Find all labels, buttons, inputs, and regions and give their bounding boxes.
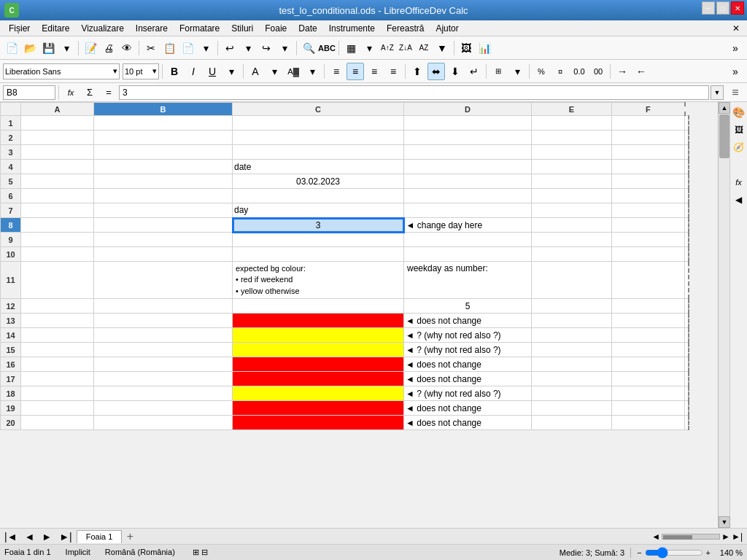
- cell[interactable]: [94, 262, 233, 299]
- preview-button[interactable]: 👁: [118, 39, 136, 57]
- menu-ajutor[interactable]: Ajutor: [430, 22, 464, 35]
- sheet-tab-1[interactable]: Foaia 1: [77, 530, 123, 543]
- close-document-icon[interactable]: ✕: [728, 23, 744, 34]
- font-name-selector[interactable]: Liberation Sans ▾: [3, 63, 120, 79]
- cell[interactable]: [233, 116, 404, 131]
- styles-icon[interactable]: 🎨: [732, 105, 746, 120]
- cell[interactable]: [404, 160, 532, 174]
- cell[interactable]: [21, 145, 94, 160]
- cell[interactable]: [685, 386, 689, 401]
- cell[interactable]: [685, 131, 689, 145]
- cell[interactable]: [94, 160, 233, 174]
- number-2dec[interactable]: 00: [589, 63, 607, 80]
- cell[interactable]: [233, 416, 404, 430]
- cell[interactable]: ◄ does not change: [404, 357, 532, 372]
- cell[interactable]: [612, 233, 685, 247]
- cell[interactable]: [233, 233, 404, 247]
- cell[interactable]: [21, 247, 94, 262]
- cell[interactable]: [685, 357, 689, 372]
- cell[interactable]: [612, 145, 685, 160]
- save-dropdown[interactable]: ▾: [58, 39, 75, 57]
- properties-button[interactable]: ≡: [727, 85, 744, 100]
- cell[interactable]: [612, 116, 685, 131]
- font-color-button[interactable]: A: [247, 63, 264, 80]
- cell[interactable]: 03.02.2023: [233, 174, 404, 189]
- currency-format-button[interactable]: ¤: [551, 63, 569, 80]
- zoom-slider[interactable]: [645, 547, 703, 559]
- zoom-out-button[interactable]: −: [637, 548, 641, 557]
- insert-image-button[interactable]: 🖼: [457, 39, 475, 57]
- tab-last-button[interactable]: ►|: [56, 531, 75, 542]
- cell[interactable]: [532, 357, 612, 372]
- row-header[interactable]: 17: [1, 372, 21, 386]
- cell[interactable]: [532, 262, 612, 299]
- cell[interactable]: [532, 372, 612, 386]
- find-button[interactable]: 🔍: [300, 39, 317, 57]
- cell[interactable]: ◄ change day here: [404, 218, 532, 233]
- cell[interactable]: [94, 203, 233, 218]
- cell[interactable]: ◄ does not change: [404, 314, 532, 328]
- row-header[interactable]: 5: [1, 174, 21, 189]
- cell[interactable]: ◄ does not change: [404, 401, 532, 416]
- cell[interactable]: [532, 343, 612, 357]
- cell[interactable]: [94, 174, 233, 189]
- col-header-E[interactable]: E: [532, 103, 612, 116]
- decrease-indent-button[interactable]: ←: [632, 63, 650, 80]
- valign-center-button[interactable]: ⬌: [427, 63, 445, 80]
- cell[interactable]: [612, 247, 685, 262]
- cell[interactable]: [685, 247, 689, 262]
- cell[interactable]: [21, 416, 94, 430]
- freeze-rows-button[interactable]: ▦: [342, 39, 360, 57]
- row-header[interactable]: 8: [1, 218, 21, 233]
- cell[interactable]: [21, 314, 94, 328]
- align-right-button[interactable]: ≡: [365, 63, 383, 80]
- paste-dropdown[interactable]: ▾: [197, 39, 214, 57]
- cell[interactable]: [685, 262, 689, 299]
- toolbar2-more-button[interactable]: »: [727, 63, 744, 80]
- cell[interactable]: date: [233, 160, 404, 174]
- cell[interactable]: [404, 116, 532, 131]
- cell[interactable]: [404, 145, 532, 160]
- number-display[interactable]: 0.0: [570, 63, 588, 80]
- cell[interactable]: [94, 116, 233, 131]
- cell[interactable]: [532, 314, 612, 328]
- cell[interactable]: [532, 416, 612, 430]
- cell[interactable]: [532, 299, 612, 314]
- cell[interactable]: [532, 203, 612, 218]
- cell[interactable]: [612, 189, 685, 203]
- cell[interactable]: [532, 189, 612, 203]
- align-center-button[interactable]: ≡: [347, 63, 364, 80]
- spellcheck-button[interactable]: ABC: [318, 39, 336, 57]
- freeze-cols-button[interactable]: ▾: [360, 39, 378, 57]
- export-pdf-button[interactable]: 📝: [82, 39, 99, 57]
- zoom-level[interactable]: 140 %: [713, 548, 743, 557]
- row-header[interactable]: 14: [1, 328, 21, 343]
- tab-next-button[interactable]: ►: [39, 531, 55, 542]
- highlight-button[interactable]: A▓: [285, 63, 302, 80]
- cell[interactable]: [685, 328, 689, 343]
- sort-asc-button[interactable]: A↑Z: [379, 39, 396, 57]
- cell[interactable]: ◄ does not change: [404, 372, 532, 386]
- wrap-button[interactable]: ↵: [465, 63, 483, 80]
- highlight-dropdown[interactable]: ▾: [303, 63, 321, 80]
- cell[interactable]: [233, 328, 404, 343]
- cell[interactable]: [94, 131, 233, 145]
- cell[interactable]: [612, 386, 685, 401]
- minimize-button[interactable]: −: [702, 1, 715, 15]
- row-header[interactable]: 18: [1, 386, 21, 401]
- cell[interactable]: [685, 416, 689, 430]
- cell[interactable]: [685, 372, 689, 386]
- cell[interactable]: [21, 131, 94, 145]
- menu-vizualizare[interactable]: Vizualizare: [75, 22, 129, 35]
- cell[interactable]: [21, 203, 94, 218]
- cell[interactable]: [233, 145, 404, 160]
- cell[interactable]: 5: [404, 299, 532, 314]
- menu-foaie[interactable]: Foaie: [259, 22, 293, 35]
- collapse-sidebar-icon[interactable]: ◀: [732, 192, 746, 207]
- cell[interactable]: [685, 343, 689, 357]
- cell[interactable]: [612, 314, 685, 328]
- open-button[interactable]: 📂: [21, 39, 39, 57]
- font-size-dropdown-icon[interactable]: ▾: [152, 66, 157, 76]
- cell[interactable]: [94, 233, 233, 247]
- cell[interactable]: [532, 116, 612, 131]
